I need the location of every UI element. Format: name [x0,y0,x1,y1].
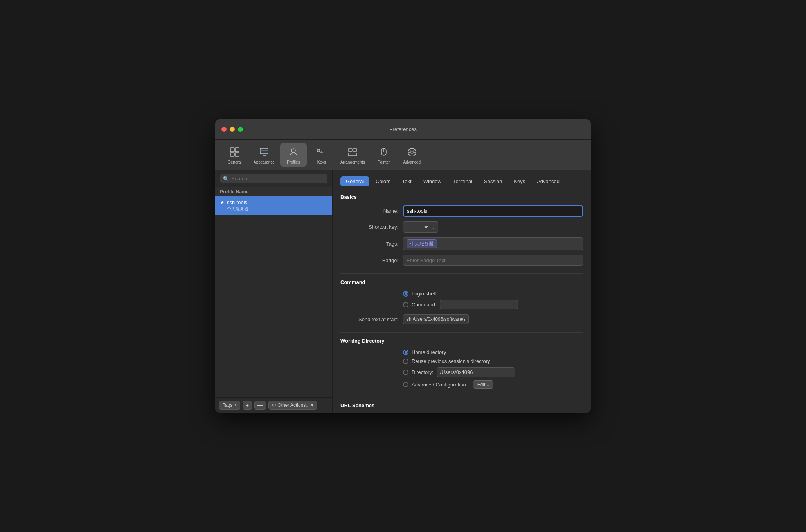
toolbar-item-arrangements[interactable]: Arrangements [336,143,369,167]
gear-icon: ⚙ [272,403,276,408]
profile-name: ssh-tools [227,200,247,205]
name-input[interactable] [403,205,583,217]
tags-field[interactable]: 个人服务器 [403,237,583,250]
login-shell-label: Login shell [412,291,436,297]
toolbar-label-appearance: Appearance [254,160,275,164]
svg-line-25 [409,154,410,155]
svg-rect-3 [235,153,239,156]
reuse-session-row: Reuse previous session's directory [403,358,583,364]
tags-row: Tags: 个人服务器 [340,237,583,250]
shortcut-select[interactable] [403,222,429,232]
main-panel: General Colors Text Window Terminal Sess… [333,170,591,413]
search-bar: 🔍 [215,170,332,187]
toolbar-item-profiles[interactable]: Profiles [280,143,307,167]
tab-window[interactable]: Window [418,176,447,186]
tab-colors[interactable]: Colors [370,176,396,186]
other-actions-label: Other Actions... [277,403,309,408]
command-input[interactable] [440,300,518,309]
tab-keys[interactable]: Keys [508,176,531,186]
shortcut-label: Shortcut key: [340,224,403,230]
toolbar-item-general[interactable]: General [221,143,248,167]
toolbar-label-general: General [228,160,242,164]
tab-advanced[interactable]: Advanced [531,176,565,186]
send-text-field [403,314,583,324]
profile-item-name: ★ ssh-tools [220,200,327,205]
tab-text[interactable]: Text [397,176,417,186]
working-dir-title: Working Directory [340,338,583,344]
chevron-down-icon: ⌄ [429,225,438,230]
directory-row: Directory: [403,367,583,377]
search-input[interactable] [231,176,324,182]
reuse-session-radio[interactable] [403,359,408,364]
tab-general[interactable]: General [340,176,369,186]
command-radio[interactable] [403,302,408,307]
tag-item: 个人服务器 [407,239,437,248]
badge-input[interactable] [403,255,583,266]
toolbar-label-arrangements: Arrangements [340,160,365,164]
send-text-input[interactable] [403,314,469,324]
svg-rect-12 [353,149,357,151]
url-schemes-title: URL Schemes [340,403,583,408]
preferences-window: Preferences General [215,119,591,413]
close-button[interactable] [221,127,227,132]
tab-terminal[interactable]: Terminal [448,176,478,186]
tags-field-wrap: 个人服务器 [403,237,583,250]
command-row: Command: [403,300,583,309]
titlebar: Preferences [215,119,591,140]
command-section: Command Login shell Command: [340,279,583,324]
badge-row: Badge: [340,255,583,266]
toolbar-label-profiles: Profiles [287,160,300,164]
divider-1 [340,273,583,274]
svg-line-23 [414,154,415,155]
svg-rect-13 [348,153,357,156]
directory-input[interactable] [437,367,515,377]
working-dir-radio-group-inner: Home directory Reuse previous session's … [403,349,583,389]
svg-text:⌘: ⌘ [320,149,323,155]
arrangements-icon [345,145,360,159]
profile-item[interactable]: ★ ssh-tools 个人服务器 [215,196,332,215]
shortcut-select-wrap: ⌄ [403,221,438,233]
advanced-icon [405,145,419,159]
toolbar-item-pointer[interactable]: Pointer [371,143,397,167]
login-shell-radio[interactable] [403,291,408,297]
shortcut-field: ⌄ [403,221,583,233]
badge-field [403,255,583,266]
other-actions-button[interactable]: ⚙ Other Actions... ▾ [268,401,317,410]
directory-radio[interactable] [403,370,408,375]
home-dir-radio[interactable] [403,350,408,355]
working-dir-section: Working Directory Home directory Reuse p… [340,338,583,389]
toolbar-item-keys[interactable]: ⌘ Keys [308,143,335,167]
advanced-config-label: Advanced Configuration [412,382,466,388]
svg-rect-2 [230,153,234,156]
maximize-button[interactable] [238,127,243,132]
advanced-config-row: Advanced Configuration Edit... [403,380,583,389]
login-shell-row: Login shell [403,291,583,297]
svg-line-22 [409,149,410,151]
send-text-label: Send text at start: [340,316,403,322]
remove-profile-button[interactable]: — [254,401,266,410]
profiles-icon [286,145,300,159]
command-radio-group: Login shell Command: [403,291,583,309]
minimize-button[interactable] [230,127,235,132]
tags-button[interactable]: Tags > [219,401,240,410]
home-dir-label: Home directory [412,349,446,355]
advanced-config-radio[interactable] [403,382,408,387]
toolbar-item-appearance[interactable]: Appearance [250,143,279,167]
directory-label: Directory: [412,369,434,375]
profile-list-header: Profile Name [215,187,332,196]
edit-button[interactable]: Edit... [473,380,494,389]
content-area: 🔍 Profile Name ★ ssh-tools 个人服务器 Tags > … [215,170,591,413]
search-wrap: 🔍 [220,174,327,183]
sidebar: 🔍 Profile Name ★ ssh-tools 个人服务器 Tags > … [215,170,333,413]
shortcut-row: Shortcut key: ⌄ [340,221,583,233]
tab-session[interactable]: Session [479,176,507,186]
divider-3 [340,397,583,397]
command-radio-group-inner: Login shell Command: [403,291,583,309]
search-icon: 🔍 [223,176,229,182]
add-profile-button[interactable]: + [243,401,252,410]
svg-point-17 [411,151,413,153]
name-field [403,205,583,217]
name-label: Name: [340,208,403,214]
toolbar-item-advanced[interactable]: Advanced [399,143,425,167]
send-text-row: Send text at start: [340,314,583,324]
